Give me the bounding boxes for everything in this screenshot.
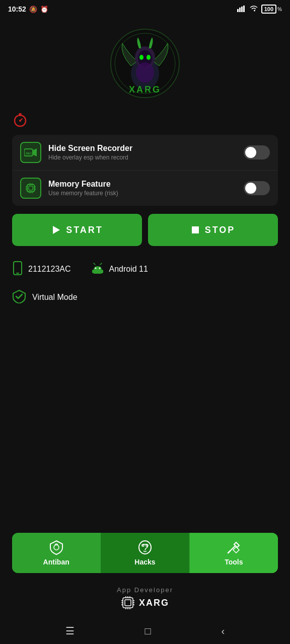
- tools-label: Tools: [225, 558, 243, 566]
- svg-rect-0: [237, 9, 239, 12]
- svg-rect-14: [19, 113, 22, 115]
- svg-line-50: [228, 551, 230, 553]
- memory-feature-subtitle: Use memory feature (risk): [48, 190, 244, 197]
- android-icon: [91, 263, 104, 276]
- svg-rect-52: [125, 600, 131, 606]
- mute-icon: 🔕: [29, 6, 37, 13]
- memory-feature-text: Memory Feature Use memory feature (risk): [48, 180, 244, 197]
- start-button[interactable]: START: [12, 214, 142, 246]
- hide-screen-recorder-text: Hide Screen Recorder Hide overlay esp wh…: [48, 144, 244, 161]
- svg-point-9: [139, 55, 143, 60]
- memory-feature-toggle[interactable]: [244, 181, 270, 195]
- battery-icon: 100 %: [261, 5, 282, 14]
- virtual-mode-icon: [12, 289, 26, 305]
- status-right: 100 %: [237, 5, 282, 14]
- hide-screen-recorder-subtitle: Hide overlay esp when record: [48, 154, 244, 161]
- timer-icon: [12, 121, 28, 129]
- svg-rect-45: [94, 270, 102, 274]
- play-icon: [51, 225, 61, 235]
- chip-icon: [20, 178, 41, 199]
- antiban-label: Antiban: [43, 558, 69, 566]
- start-label: START: [66, 225, 103, 235]
- svg-line-41: [94, 263, 95, 265]
- timer-row: [12, 104, 278, 135]
- svg-marker-19: [33, 148, 37, 156]
- stop-icon: [191, 225, 200, 234]
- alarm-icon: ⏰: [40, 6, 48, 13]
- home-button[interactable]: □: [145, 625, 151, 637]
- memory-feature-title: Memory Feature: [48, 180, 244, 189]
- svg-point-10: [147, 55, 151, 60]
- developer-brand: XARG: [0, 596, 290, 610]
- phone-icon: [12, 261, 23, 277]
- svg-rect-22: [29, 186, 33, 190]
- nav-antiban[interactable]: Antiban: [12, 533, 101, 573]
- svg-text:XARG: XARG: [129, 85, 161, 95]
- virtual-mode-label: Virtual Mode: [32, 293, 78, 302]
- system-nav: ☰ □ ‹: [0, 618, 290, 644]
- svg-point-40: [99, 268, 100, 269]
- status-left: 10:52 🔕 ⏰: [8, 5, 48, 13]
- nav-hacks[interactable]: Hacks: [101, 533, 189, 573]
- wifi-icon: [249, 5, 258, 14]
- logo-svg: XARG: [110, 28, 180, 99]
- signal-icon: [237, 5, 246, 14]
- virtual-mode-row: Virtual Mode: [12, 284, 278, 310]
- device-info-row: 2112123AC Android 11: [12, 254, 278, 284]
- svg-text:REC: REC: [26, 152, 32, 155]
- memory-feature-row: Memory Feature Use memory feature (risk): [12, 171, 278, 206]
- hide-screen-recorder-title: Hide Screen Recorder: [48, 144, 244, 153]
- hacks-icon: [137, 540, 153, 555]
- svg-rect-3: [243, 6, 245, 12]
- android-version-item: Android 11: [91, 263, 148, 276]
- svg-point-46: [54, 545, 59, 550]
- stop-label: STOP: [205, 225, 236, 235]
- svg-point-39: [95, 268, 96, 269]
- rec-icon: REC: [20, 142, 41, 163]
- svg-rect-36: [192, 226, 199, 233]
- hide-screen-recorder-toggle[interactable]: [244, 145, 270, 159]
- svg-rect-2: [241, 7, 243, 12]
- status-bar: 10:52 🔕 ⏰ 100 %: [0, 0, 290, 18]
- logo-area: XARG: [0, 18, 290, 104]
- antiban-icon: [49, 540, 64, 555]
- svg-point-48: [142, 544, 144, 546]
- svg-rect-1: [239, 8, 241, 12]
- feature-card: REC Hide Screen Recorder Hide overlay es…: [12, 135, 278, 206]
- spacer: [0, 422, 290, 533]
- svg-rect-21: [27, 185, 34, 192]
- svg-rect-51: [123, 598, 133, 608]
- device-id-label: 2112123AC: [28, 265, 71, 274]
- hide-screen-recorder-row: REC Hide Screen Recorder Hide overlay es…: [12, 135, 278, 171]
- developer-footer: App Developer XARG: [0, 581, 290, 618]
- tools-icon: [226, 540, 241, 555]
- nav-tools[interactable]: Tools: [190, 533, 278, 573]
- app-logo: XARG: [110, 28, 180, 99]
- svg-point-49: [146, 544, 148, 546]
- action-buttons-row: START STOP: [12, 214, 278, 246]
- hacks-label: Hacks: [134, 558, 155, 566]
- device-id-item: 2112123AC: [12, 261, 71, 277]
- time-display: 10:52: [8, 5, 26, 13]
- menu-button[interactable]: ☰: [65, 625, 75, 637]
- svg-marker-35: [53, 226, 60, 234]
- main-content: REC Hide Screen Recorder Hide overlay es…: [0, 104, 290, 422]
- bottom-nav: Antiban Hacks Tools: [12, 533, 278, 573]
- android-version-label: Android 11: [109, 265, 148, 274]
- svg-point-17: [19, 120, 21, 122]
- svg-point-12: [136, 62, 154, 83]
- brand-name: XARG: [139, 598, 169, 608]
- brand-chip-icon: [121, 596, 135, 610]
- developer-label: App Developer: [0, 586, 290, 594]
- stop-button[interactable]: STOP: [148, 214, 278, 246]
- back-button[interactable]: ‹: [221, 625, 225, 637]
- svg-line-42: [100, 263, 102, 265]
